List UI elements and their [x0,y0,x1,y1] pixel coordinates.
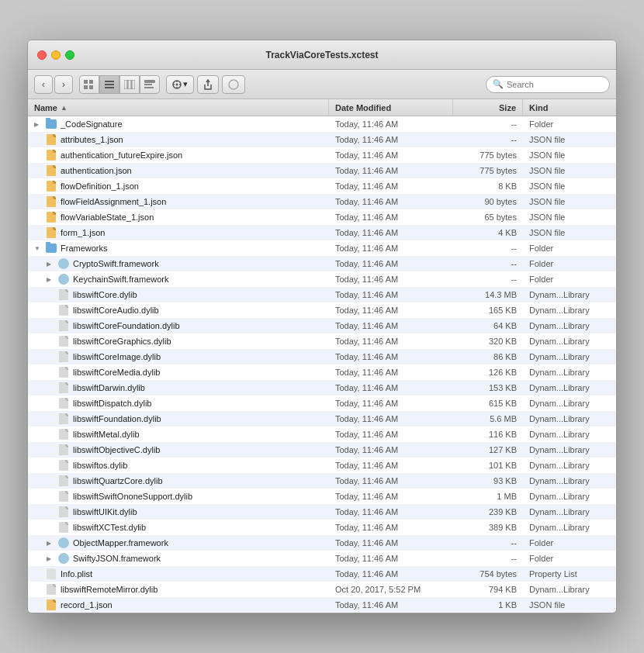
file-kind: JSON file [523,166,616,175]
file-icon [57,288,70,301]
table-row[interactable]: ▶ CryptoSwift.framework Today, 11:46 AM … [28,256,616,271]
file-size: 775 bytes [453,166,523,175]
table-row[interactable]: libswiftSwiftOnoneSupport.dylib Today, 1… [28,489,616,504]
column-header-name[interactable]: Name ▲ [28,99,329,116]
file-icon [57,257,70,270]
file-date: Today, 11:46 AM [329,569,453,579]
file-date: Today, 11:46 AM [329,507,453,517]
table-row[interactable]: Info.plist Today, 11:46 AM 754 bytes Pro… [28,566,616,582]
file-name: authentication.json [61,166,132,175]
view-column-button[interactable] [119,75,140,94]
tag-button[interactable] [222,75,245,94]
expand-arrow[interactable]: ▶ [47,540,54,547]
file-date: Today, 11:46 AM [329,275,453,284]
view-flow-button[interactable] [140,75,160,94]
table-row[interactable]: authentication_futureExpire.json Today, … [28,147,616,163]
file-icon [57,506,70,518]
search-box[interactable]: 🔍 [486,76,610,93]
back-button[interactable]: ‹ [34,75,53,94]
svg-point-16 [176,87,178,88]
expand-arrow[interactable]: ▼ [34,245,42,252]
svg-rect-0 [84,80,88,84]
file-kind: JSON file [523,181,616,191]
table-row[interactable]: libswiftCoreFoundation.dylib Today, 11:4… [28,318,616,333]
expand-arrow[interactable]: ▶ [47,276,54,283]
file-kind: Folder [523,538,616,548]
file-name: Frameworks [61,244,108,253]
share-button[interactable] [197,75,219,94]
table-row[interactable]: libswiftos.dylib Today, 11:46 AM 101 KB … [28,458,616,473]
file-kind: Dynam...Library [523,430,616,439]
file-name-cell: libswiftos.dylib [28,459,329,472]
file-icon [57,490,70,503]
file-date: Today, 11:46 AM [329,600,453,610]
table-row[interactable]: libswiftRemoteMirror.dylib Oct 20, 2017,… [28,582,616,597]
column-header-date[interactable]: Date Modified [329,99,453,116]
view-icon-button[interactable] [79,75,99,94]
file-date: Today, 11:46 AM [329,212,453,222]
file-icon [45,164,57,177]
table-row[interactable]: ▶ SwiftyJSON.framework Today, 11:46 AM -… [28,551,616,566]
table-row[interactable]: libswiftDispatch.dylib Today, 11:46 AM 6… [28,396,616,411]
table-row[interactable]: flowDefinition_1.json Today, 11:46 AM 8 … [28,178,616,194]
svg-rect-12 [144,87,154,88]
table-row[interactable]: libswiftMetal.dylib Today, 11:46 AM 116 … [28,427,616,442]
table-row[interactable]: libswiftFoundation.dylib Today, 11:46 AM… [28,411,616,427]
table-row[interactable]: ▶ KeychainSwift.framework Today, 11:46 A… [28,271,616,287]
file-date: Today, 11:46 AM [329,197,453,206]
svg-point-20 [229,80,238,89]
table-row[interactable]: attributes_1.json Today, 11:46 AM -- JSO… [28,132,616,147]
file-name: libswiftSwiftOnoneSupport.dylib [73,492,192,501]
file-size: 794 KB [453,585,523,594]
table-row[interactable]: libswiftCoreGraphics.dylib Today, 11:46 … [28,333,616,349]
column-header-size[interactable]: Size [453,99,523,116]
file-kind: Dynam...Library [523,368,616,377]
maximize-button[interactable] [65,50,74,60]
file-name-cell: libswiftMetal.dylib [28,428,329,441]
table-row[interactable]: authentication.json Today, 11:46 AM 775 … [28,163,616,178]
file-name-cell: ▶ ObjectMapper.framework [28,537,329,549]
expand-arrow[interactable]: ▶ [47,555,54,562]
table-row[interactable]: libswiftCoreMedia.dylib Today, 11:46 AM … [28,365,616,380]
table-row[interactable]: libswiftCore.dylib Today, 11:46 AM 14.3 … [28,287,616,302]
search-input[interactable] [507,80,603,89]
table-row[interactable]: libswiftDarwin.dylib Today, 11:46 AM 153… [28,380,616,396]
minimize-button[interactable] [51,50,61,60]
table-row[interactable]: libswiftObjectiveC.dylib Today, 11:46 AM… [28,442,616,458]
table-row[interactable]: ▶ _CodeSignature Today, 11:46 AM -- Fold… [28,116,616,132]
table-row[interactable]: form_1.json Today, 11:46 AM 4 KB JSON fi… [28,225,616,240]
file-name-cell: libswiftCoreAudio.dylib [28,304,329,316]
file-list: ▶ _CodeSignature Today, 11:46 AM -- Fold… [28,116,616,613]
action-button[interactable]: ▾ [166,75,194,94]
file-date: Today, 11:46 AM [329,135,453,144]
table-row[interactable]: libswiftCoreAudio.dylib Today, 11:46 AM … [28,302,616,318]
table-row[interactable]: ▶ ObjectMapper.framework Today, 11:46 AM… [28,535,616,551]
expand-arrow[interactable]: ▶ [47,261,54,268]
file-name-cell: form_1.json [28,226,329,239]
file-name-cell: libswiftDispatch.dylib [28,397,329,409]
file-size: 126 KB [453,368,523,377]
table-row[interactable]: ▼ Frameworks Today, 11:46 AM -- Folder [28,240,616,256]
file-name-cell: libswiftObjectiveC.dylib [28,444,329,456]
file-date: Today, 11:46 AM [329,166,453,175]
expand-arrow[interactable]: ▶ [34,121,42,128]
table-row[interactable]: flowFieldAssignment_1.json Today, 11:46 … [28,194,616,209]
table-row[interactable]: libswiftQuartzCore.dylib Today, 11:46 AM… [28,473,616,489]
forward-button[interactable]: › [54,75,73,94]
file-name-cell: libswiftXCTest.dylib [28,521,329,534]
column-header-kind[interactable]: Kind [523,99,616,116]
file-size: 320 KB [453,337,523,346]
file-date: Today, 11:46 AM [329,399,453,408]
file-name: libswiftObjectiveC.dylib [73,445,160,454]
close-button[interactable] [37,50,47,60]
table-row[interactable]: record_1.json Today, 11:46 AM 1 KB JSON … [28,597,616,613]
table-row[interactable]: libswiftUIKit.dylib Today, 11:46 AM 239 … [28,504,616,520]
table-row[interactable]: libswiftCoreImage.dylib Today, 11:46 AM … [28,349,616,365]
file-icon [45,180,57,192]
file-name-cell: ▼ Frameworks [28,242,329,254]
toolbar: ‹ › ▾ 🔍 [28,70,616,99]
table-row[interactable]: flowVariableState_1.json Today, 11:46 AM… [28,209,616,225]
file-date: Today, 11:46 AM [329,290,453,299]
view-list-button[interactable] [99,75,119,94]
table-row[interactable]: libswiftXCTest.dylib Today, 11:46 AM 389… [28,520,616,535]
